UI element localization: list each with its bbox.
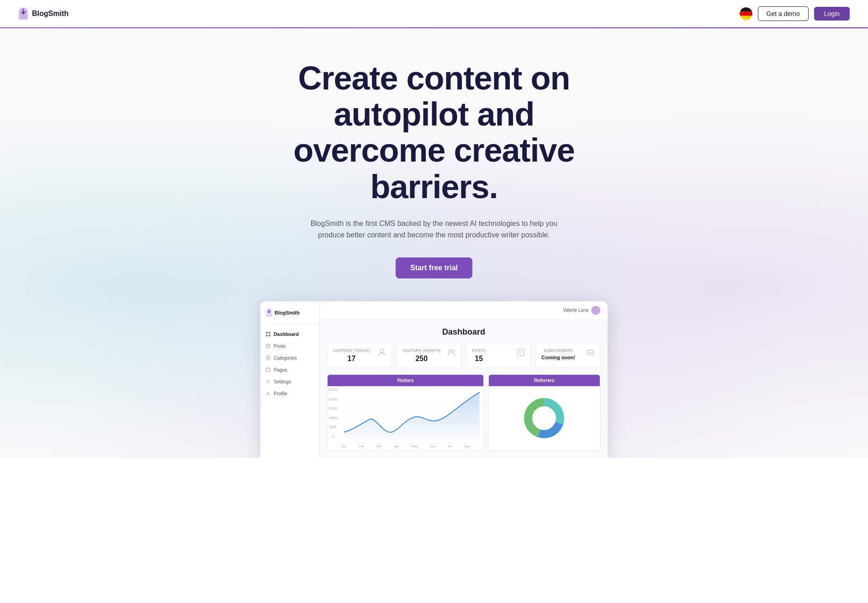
dashboard-preview: BlogSmith Dashboard <box>9 301 859 458</box>
sidebar-item-categories[interactable]: Categories <box>260 352 319 364</box>
profile-icon <box>266 391 270 396</box>
sidebar-logo-icon <box>266 309 272 317</box>
stat-posts: POSTS 15 <box>466 343 531 368</box>
dashboard-sidebar: BlogSmith Dashboard <box>260 301 320 458</box>
visitors-chart-title: Visitors <box>328 375 483 386</box>
hero-title: Create content on autopilot and overcome… <box>270 60 598 205</box>
sidebar-item-settings[interactable]: Settings <box>260 376 319 388</box>
logo-text: BlogSmith <box>32 10 69 18</box>
settings-icon <box>266 379 270 384</box>
svg-rect-8 <box>269 335 270 336</box>
navbar: BlogSmith Get a demo Login <box>0 0 868 27</box>
referrers-chart: Referrers <box>488 374 600 451</box>
x-axis: JanFebMarAprMayJunJulAug <box>331 445 480 448</box>
svg-rect-20 <box>518 349 524 356</box>
sidebar-label-posts: Posts <box>274 343 286 349</box>
nav-actions: Get a demo Login <box>740 6 850 21</box>
stat-value-0: 17 <box>333 355 370 363</box>
svg-point-18 <box>449 350 451 352</box>
svg-point-16 <box>267 392 269 393</box>
sidebar-item-dashboard[interactable]: Dashboard <box>260 328 319 340</box>
subscribers-icon <box>586 348 594 357</box>
referrers-chart-title: Referrers <box>489 375 600 386</box>
dashboard-icon <box>266 332 270 336</box>
hero-section: Create content on autopilot and overcome… <box>0 28 868 458</box>
visitors-month-icon <box>447 348 455 357</box>
svg-rect-3 <box>740 11 752 16</box>
user-info: Valerie Luna <box>563 306 600 315</box>
svg-point-14 <box>268 381 269 382</box>
posts-icon <box>266 344 270 348</box>
login-button[interactable]: Login <box>814 7 850 21</box>
svg-rect-2 <box>740 7 752 11</box>
visitors-line-svg <box>331 390 480 445</box>
svg-rect-6 <box>269 332 270 334</box>
posts-stat-icon <box>517 348 525 357</box>
dashboard-page-title: Dashboard <box>327 327 600 337</box>
svg-rect-9 <box>266 344 270 348</box>
logo-icon <box>18 7 28 20</box>
svg-point-19 <box>451 350 454 352</box>
svg-point-32 <box>534 408 555 429</box>
stat-label-0: VISITORS (TODAY) <box>333 348 370 353</box>
stat-label-3: SUBSCRIBERS <box>541 348 575 353</box>
sidebar-logo: BlogSmith <box>260 309 319 325</box>
user-name: Valerie Luna <box>563 308 588 313</box>
stat-value-3: Coming soon! <box>541 355 575 360</box>
sidebar-label-dashboard: Dashboard <box>274 331 299 337</box>
sidebar-item-posts[interactable]: Posts <box>260 340 319 352</box>
pages-icon <box>266 367 270 372</box>
dashboard-content: Dashboard VISITORS (TODAY) 17 <box>320 320 608 458</box>
svg-rect-7 <box>266 335 268 336</box>
stat-label-2: POSTS <box>472 348 486 353</box>
svg-point-17 <box>380 349 384 353</box>
sidebar-label-settings: Settings <box>274 379 291 384</box>
sidebar-label-profile: Profile <box>274 391 287 396</box>
svg-rect-5 <box>266 332 268 334</box>
sidebar-item-profile[interactable]: Profile <box>260 388 319 399</box>
stat-value-2: 15 <box>472 355 486 363</box>
donut-svg <box>519 393 569 443</box>
avatar <box>591 306 600 315</box>
start-trial-button[interactable]: Start free trial <box>396 257 472 278</box>
svg-rect-23 <box>587 350 593 355</box>
sidebar-label-categories: Categories <box>274 355 297 361</box>
hero-subtitle: BlogSmith is the first CMS backed by the… <box>302 218 566 241</box>
stats-row: VISITORS (TODAY) 17 VISITORS (MONTH) <box>327 343 600 368</box>
stat-label-1: VISITORS (MONTH) <box>402 348 441 353</box>
sidebar-item-pages[interactable]: Pages <box>260 364 319 376</box>
language-flag[interactable] <box>740 7 752 20</box>
visitors-chart-body: 25000 20000 15000 10000 5000 0 <box>328 386 483 450</box>
sidebar-logo-text: BlogSmith <box>275 310 300 315</box>
stat-visitors-today: VISITORS (TODAY) 17 <box>327 343 392 368</box>
dashboard-window: BlogSmith Dashboard <box>260 301 608 458</box>
visitors-today-icon <box>378 348 386 357</box>
charts-row: Visitors 25000 20000 15000 10000 5000 0 <box>327 374 600 451</box>
referrers-chart-body <box>489 386 600 450</box>
sidebar-label-pages: Pages <box>274 367 287 372</box>
y-axis: 25000 20000 15000 10000 5000 0 <box>328 388 337 438</box>
svg-rect-4 <box>740 16 752 20</box>
dashboard-main: Valerie Luna Dashboard VISITORS (TODAY) … <box>320 301 608 458</box>
svg-point-15 <box>266 380 270 383</box>
dashboard-topbar: Valerie Luna <box>320 301 608 320</box>
logo: BlogSmith <box>18 7 69 20</box>
stat-subscribers: SUBSCRIBERS Coming soon! <box>535 343 600 368</box>
stat-visitors-month: VISITORS (MONTH) 250 <box>397 343 461 368</box>
visitors-chart: Visitors 25000 20000 15000 10000 5000 0 <box>327 374 484 451</box>
categories-icon <box>266 356 270 360</box>
stat-value-1: 250 <box>402 355 441 363</box>
get-demo-button[interactable]: Get a demo <box>758 6 809 21</box>
